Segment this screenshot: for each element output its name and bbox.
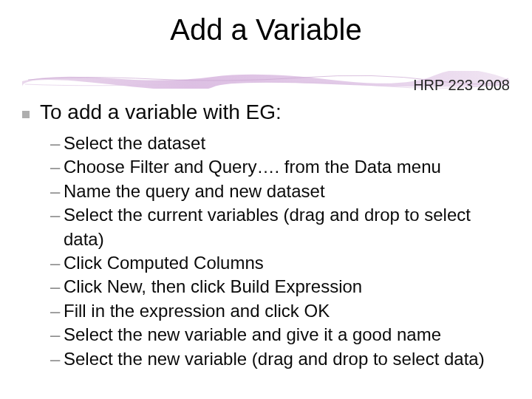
step-text: Click Computed Columns	[64, 253, 264, 273]
list-item: Name the query and new dataset	[50, 180, 510, 203]
lead-line: To add a variable with EG:	[22, 100, 510, 124]
step-text: Click New, then click Build Expression	[64, 276, 362, 296]
list-item: Fill in the expression and click OK	[50, 299, 510, 323]
slide: Add a Variable HRP 223 2008 To add a var…	[0, 13, 532, 399]
lead-text: To add a variable with EG:	[40, 100, 282, 124]
step-text: Select the new variable (drag and drop t…	[64, 349, 485, 369]
step-text: Select the current variables (drag and d…	[64, 205, 471, 248]
steps-list: Select the dataset Choose Filter and Que…	[22, 132, 510, 371]
list-item: Select the new variable (drag and drop t…	[50, 347, 510, 371]
list-item: Select the new variable and give it a go…	[50, 323, 510, 347]
step-text: Select the new variable and give it a go…	[64, 324, 441, 344]
step-text: Choose Filter and Query…. from the Data …	[64, 157, 441, 177]
list-item: Choose Filter and Query…. from the Data …	[50, 155, 510, 179]
bullet-square-icon	[22, 111, 30, 118]
step-text: Name the query and new dataset	[64, 181, 325, 201]
step-text: Fill in the expression and click OK	[64, 301, 330, 321]
list-item: Click Computed Columns	[50, 251, 510, 275]
list-item: Click New, then click Build Expression	[50, 275, 510, 299]
list-item: Select the dataset	[50, 132, 510, 155]
list-item: Select the current variables (drag and d…	[50, 203, 510, 251]
step-text: Select the dataset	[64, 133, 205, 153]
slide-title: Add a Variable	[0, 13, 532, 47]
course-tag: HRP 223 2008	[413, 77, 510, 94]
content-block: To add a variable with EG: Select the da…	[22, 100, 510, 371]
